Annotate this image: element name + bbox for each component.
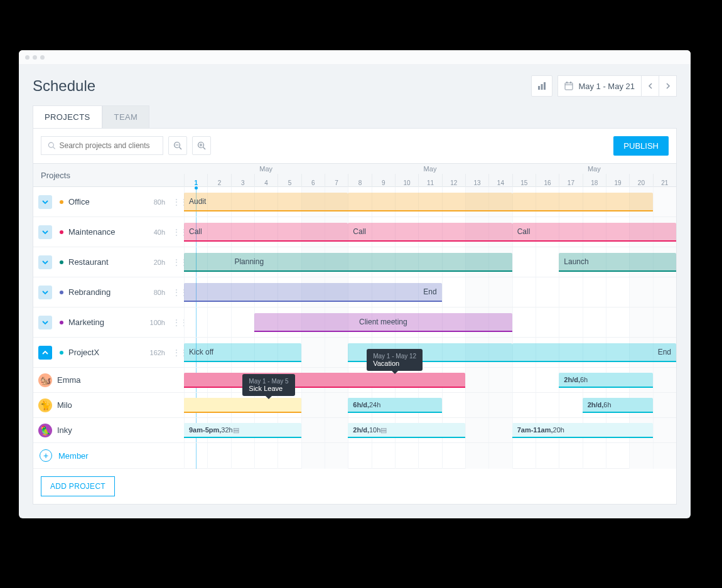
svg-rect-3 (565, 83, 573, 90)
project-color-dot (60, 230, 63, 234)
timeline-bar[interactable]: Launch (559, 253, 676, 272)
svg-point-7 (48, 142, 53, 147)
day-header-8: 8 (348, 174, 371, 188)
member-timeline-bar[interactable] (184, 373, 465, 388)
expand-toggle[interactable] (38, 195, 52, 209)
svg-rect-2 (544, 82, 546, 90)
project-name: Marketing (68, 318, 145, 327)
search-field[interactable] (60, 141, 157, 150)
day-header-1: 1 (184, 174, 207, 188)
chevron-right-icon (665, 83, 671, 89)
member-timeline-bar[interactable]: 9am-5pm, 32h ▤ (184, 423, 301, 438)
avatar: 🐈 (38, 398, 52, 412)
day-header-19: 19 (606, 174, 629, 188)
tab-team[interactable]: TEAM (102, 105, 150, 128)
day-header-5: 5 (277, 174, 301, 188)
projects-column-header: Projects (33, 163, 184, 187)
project-hours: 80h (154, 289, 165, 296)
project-name: Office (68, 197, 149, 206)
timeline-header: MayMayMay 123456789101112131415161718192… (184, 163, 676, 187)
chart-icon-button[interactable] (531, 75, 552, 97)
expand-toggle[interactable] (38, 346, 52, 360)
search-input[interactable] (41, 136, 163, 155)
project-hours: 40h (154, 228, 165, 236)
titlebar (19, 50, 691, 64)
project-color-dot (60, 351, 63, 355)
member-timeline-bar[interactable]: 2h/d, 10h ▤ (348, 423, 465, 438)
prev-button[interactable] (642, 75, 659, 97)
member-timeline-bar[interactable] (184, 398, 301, 413)
timeline-bar[interactable]: Call (184, 223, 348, 242)
day-header-7: 7 (325, 174, 348, 188)
tooltip-vacation: May 1 - May 12Vacation (367, 349, 423, 371)
plus-circle-icon: + (40, 449, 52, 462)
svg-line-10 (180, 147, 182, 150)
tooltip-sick: May 1 - May 5Sick Leave (242, 374, 294, 396)
project-color-dot (60, 291, 63, 294)
schedule-panel: PUBLISH Projects Office 80h ⋮⋮ Maintenan… (33, 128, 677, 505)
timeline-bar[interactable] (348, 193, 512, 211)
zoom-in-button[interactable] (192, 136, 211, 155)
timeline-bar[interactable] (512, 193, 653, 211)
bar-chart-icon (537, 82, 546, 90)
date-range-display[interactable]: May 1 - May 21 (558, 75, 642, 97)
project-color-dot (60, 200, 63, 204)
drag-handle-icon[interactable]: ⋮⋮ (173, 291, 179, 294)
zoom-out-icon (173, 141, 182, 150)
publish-button[interactable]: PUBLISH (613, 136, 669, 156)
day-header-15: 15 (512, 174, 536, 188)
add-member-label: Member (58, 451, 89, 461)
app-window: Schedule May 1 - May 21 PROJECTS TEAM (19, 50, 691, 518)
day-header-2: 2 (207, 174, 230, 188)
header: Schedule May 1 - May 21 (19, 64, 691, 97)
day-header-21: 21 (653, 174, 676, 188)
day-header-3: 3 (231, 174, 254, 188)
timeline-bar[interactable]: Call (512, 223, 676, 242)
drag-handle-icon[interactable]: ⋮⋮ (173, 321, 179, 324)
project-name: Maintenance (68, 227, 149, 237)
add-member-button[interactable]: + Member (33, 443, 184, 469)
timeline-bar[interactable]: Audit (184, 193, 348, 211)
day-header-17: 17 (559, 174, 582, 188)
day-header-13: 13 (465, 174, 488, 188)
project-hours: 162h (150, 349, 165, 356)
member-timeline-bar[interactable]: 7am-11am, 20h (512, 423, 653, 438)
expand-toggle[interactable] (38, 225, 52, 239)
next-button[interactable] (659, 75, 677, 97)
timeline-bar[interactable]: Kick off (184, 343, 301, 362)
timeline-bar[interactable]: End (184, 283, 442, 302)
timeline-bar[interactable]: Client meeting (254, 313, 512, 332)
day-header-9: 9 (372, 174, 395, 188)
expand-toggle[interactable] (38, 316, 52, 329)
day-header-20: 20 (629, 174, 652, 188)
day-header-14: 14 (488, 174, 512, 188)
timeline-bar[interactable]: Call (348, 223, 512, 242)
member-timeline-bar[interactable]: 6h/d, 24h (348, 398, 441, 413)
calendar-icon (564, 82, 573, 90)
timeline-bar[interactable]: End (512, 343, 676, 362)
avatar: 🦜 (38, 424, 52, 437)
drag-handle-icon[interactable]: ⋮⋮ (173, 351, 179, 354)
member-timeline-bar[interactable]: 2h/d, 6h (559, 373, 652, 388)
day-header-18: 18 (583, 174, 606, 188)
search-icon (48, 141, 56, 150)
drag-handle-icon[interactable]: ⋮⋮ (173, 231, 179, 233)
day-header-10: 10 (395, 174, 418, 188)
tabs: PROJECTS TEAM (19, 97, 691, 128)
expand-toggle[interactable] (38, 255, 52, 269)
expand-toggle[interactable] (38, 286, 52, 299)
project-name: Rebranding (68, 287, 149, 297)
member-timeline-bar[interactable]: 2h/d, 6h (583, 398, 653, 413)
timeline-bar[interactable]: Planning (184, 253, 512, 272)
page-title: Schedule (33, 77, 95, 95)
tab-projects[interactable]: PROJECTS (33, 105, 102, 128)
date-range-text: May 1 - May 21 (578, 82, 635, 91)
svg-line-13 (203, 147, 206, 150)
avatar: 🐿️ (38, 373, 52, 387)
day-header-6: 6 (301, 174, 325, 188)
project-color-dot (60, 260, 63, 264)
drag-handle-icon[interactable]: ⋮⋮ (173, 201, 179, 203)
add-project-button[interactable]: ADD PROJECT (41, 476, 115, 496)
drag-handle-icon[interactable]: ⋮⋮ (173, 261, 179, 264)
zoom-out-button[interactable] (168, 136, 187, 155)
